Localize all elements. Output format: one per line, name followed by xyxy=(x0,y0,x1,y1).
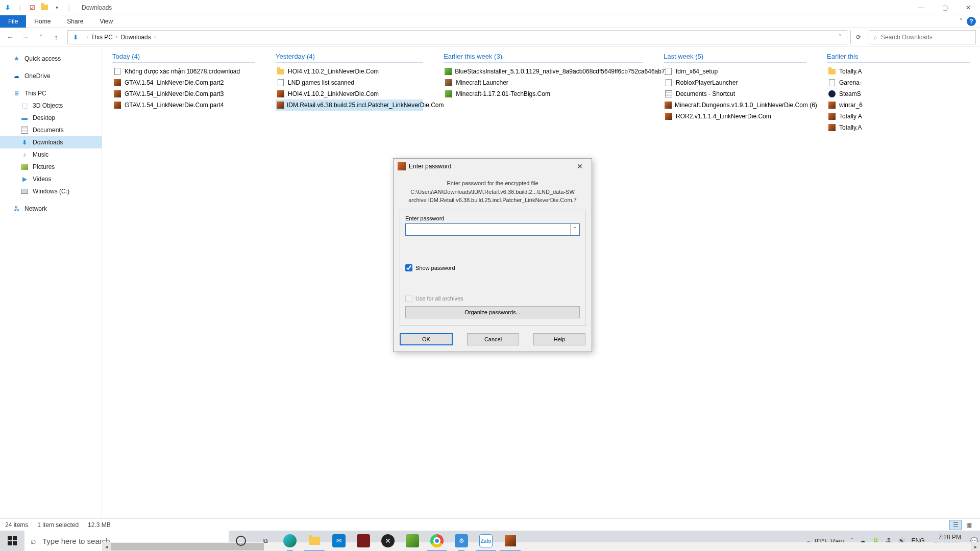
cancel-button[interactable]: Cancel xyxy=(467,333,519,345)
qat-dropdown-icon[interactable]: ▾ xyxy=(52,3,61,12)
scroll-right-button[interactable]: ▸ xyxy=(971,542,980,551)
nav-music[interactable]: ♪Music xyxy=(0,148,102,161)
details-view-button[interactable]: ☰ xyxy=(949,520,962,530)
dialog-title-bar[interactable]: Enter password ✕ xyxy=(394,159,592,174)
file-item[interactable]: RobloxPlayerLauncher xyxy=(664,77,806,88)
app-button[interactable] xyxy=(351,531,376,551)
file-item[interactable]: GTAV.1.54_LinkNeverDie.Com.part3 xyxy=(112,88,255,99)
help-icon[interactable]: ? xyxy=(967,17,976,26)
breadcrumb-chevron-icon[interactable]: › xyxy=(113,34,120,40)
search-icon: ⌕ xyxy=(31,536,36,546)
file-item[interactable]: Garena- xyxy=(827,77,970,88)
group-header[interactable]: Earlier this week (3) xyxy=(444,53,643,63)
file-tab[interactable]: File xyxy=(0,15,26,28)
breadcrumb-segment[interactable]: Downloads xyxy=(120,34,151,41)
file-item[interactable]: HOI4.v1.10.2_LinkNeverDie.Com xyxy=(276,88,423,99)
home-tab[interactable]: Home xyxy=(26,15,59,28)
start-button[interactable] xyxy=(0,531,24,551)
minimize-button[interactable]: — xyxy=(910,0,933,15)
file-item[interactable]: Minecraft Launcher xyxy=(444,77,643,88)
help-button[interactable]: Help xyxy=(533,333,585,345)
mail-button[interactable]: ✉ xyxy=(327,531,351,551)
maximize-button[interactable]: ▢ xyxy=(933,0,957,15)
nav-recent-dropdown[interactable]: ˅ xyxy=(35,31,47,43)
file-item[interactable]: Totally.A xyxy=(827,66,970,77)
nav-videos[interactable]: ▶Videos xyxy=(0,173,102,185)
bluestacks-button[interactable] xyxy=(400,531,425,551)
winrar-icon xyxy=(504,534,517,547)
qat-folder-icon[interactable] xyxy=(40,3,49,12)
scroll-left-button[interactable]: ◂ xyxy=(102,542,111,551)
qat-properties-icon[interactable]: ☑ xyxy=(28,3,37,12)
cortana-button[interactable] xyxy=(229,531,253,551)
nav-downloads[interactable]: ⬇Downloads xyxy=(0,136,102,148)
show-password-checkbox[interactable] xyxy=(405,264,412,271)
file-item[interactable]: SteamS xyxy=(827,88,970,99)
file-item[interactable]: GTAV.1.54_LinkNeverDie.Com.part4 xyxy=(112,99,255,111)
file-item[interactable]: winrar_6 xyxy=(827,99,970,111)
ok-button[interactable]: OK xyxy=(400,333,453,345)
breadcrumb-segment[interactable]: This PC xyxy=(91,34,113,41)
organize-passwords-button[interactable]: Organize passwords... xyxy=(405,306,580,318)
breadcrumb-chevron-icon[interactable]: › xyxy=(151,34,159,40)
use-all-checkbox[interactable] xyxy=(405,295,412,302)
nav-onedrive[interactable]: ☁OneDrive xyxy=(0,70,102,82)
nav-forward-button[interactable]: → xyxy=(19,31,32,43)
xbox-button[interactable]: ✕ xyxy=(376,531,400,551)
file-item[interactable]: Totally A xyxy=(827,111,970,122)
password-dropdown-button[interactable]: ˅ xyxy=(570,224,579,235)
dialog-close-button[interactable]: ✕ xyxy=(572,162,587,170)
nav-3d-objects[interactable]: ⬚3D Objects xyxy=(0,99,102,112)
nav-desktop[interactable]: ▬Desktop xyxy=(0,112,102,124)
music-icon: ♪ xyxy=(20,151,29,159)
group-header[interactable]: Earlier this xyxy=(827,53,970,63)
file-item[interactable]: HOI4.v1.10.2_LinkNeverDie.Com xyxy=(276,66,423,77)
group-header[interactable]: Today (4) xyxy=(112,53,255,63)
nav-this-pc[interactable]: 🖥This PC xyxy=(0,87,102,99)
nav-documents[interactable]: Documents xyxy=(0,124,102,136)
breadcrumb-chevron-icon[interactable]: › xyxy=(83,34,91,40)
documents-icon xyxy=(20,126,29,134)
close-button[interactable]: ✕ xyxy=(957,0,980,15)
icons-view-button[interactable]: ▦ xyxy=(963,520,975,530)
refresh-button[interactable]: ⟳ xyxy=(850,30,866,44)
file-item[interactable]: Minecraft-1.17.2.01-TechBigs.Com xyxy=(444,88,643,99)
chrome-button[interactable] xyxy=(425,531,449,551)
task-view-button[interactable]: ⧉ xyxy=(253,531,278,551)
zalo-button[interactable]: Zalo xyxy=(474,531,498,551)
nav-quick-access[interactable]: ★Quick access xyxy=(0,53,102,65)
password-input[interactable] xyxy=(406,224,570,235)
view-tab[interactable]: View xyxy=(91,15,121,28)
nav-up-button[interactable]: ↑ xyxy=(50,31,62,43)
file-item[interactable]: fdm_x64_setup xyxy=(664,66,806,77)
file-item[interactable]: Documents - Shortcut xyxy=(664,88,806,99)
address-bar-dropdown-icon[interactable]: ˅ xyxy=(837,34,844,41)
rar-icon xyxy=(113,90,121,98)
edge-button[interactable] xyxy=(278,531,302,551)
file-item[interactable]: LND games list scanned xyxy=(276,77,423,88)
file-explorer-button[interactable] xyxy=(302,531,327,551)
file-item[interactable]: Không được xác nhận 106278.crdownload xyxy=(112,66,255,77)
settings-button[interactable]: ⚙ xyxy=(449,531,474,551)
file-item[interactable]: Totally.A xyxy=(827,122,970,133)
password-label: Enter password xyxy=(405,215,580,221)
dialog-body: Enter password for the encrypted file C:… xyxy=(394,174,592,352)
file-item[interactable]: BlueStacksInstaller_5.1.0.1129_native_8a… xyxy=(444,66,643,77)
file-item[interactable]: IDM.Retail.v6.38.build.25.incl.Patcher_L… xyxy=(276,99,423,111)
group-header[interactable]: Yesterday (4) xyxy=(276,53,423,63)
nav-network[interactable]: 🖧Network xyxy=(0,203,102,215)
share-tab[interactable]: Share xyxy=(59,15,91,28)
file-item[interactable]: ROR2.v1.1.1.4_LinkNeverDie.Com xyxy=(664,111,806,122)
nav-back-button[interactable]: ← xyxy=(4,31,16,43)
search-box[interactable]: ⌕ Search Downloads xyxy=(869,30,976,44)
nav-pictures[interactable]: Pictures xyxy=(0,161,102,173)
winrar-button[interactable] xyxy=(498,531,523,551)
file-item[interactable]: Minecraft.Dungeons.v1.9.1.0_LinkNeverDie… xyxy=(664,99,806,111)
file-item[interactable]: GTAV.1.54_LinkNeverDie.Com.part2 xyxy=(112,77,255,88)
ribbon-collapse-icon[interactable]: ˅ xyxy=(960,18,963,25)
group-header[interactable]: Last week (5) xyxy=(664,53,806,63)
address-bar[interactable]: ⬇ › This PC › Downloads › ˅ xyxy=(67,30,847,44)
chrome-icon xyxy=(430,534,444,547)
use-all-label: Use for all archives xyxy=(415,295,463,302)
nav-windows-c[interactable]: Windows (C:) xyxy=(0,185,102,197)
